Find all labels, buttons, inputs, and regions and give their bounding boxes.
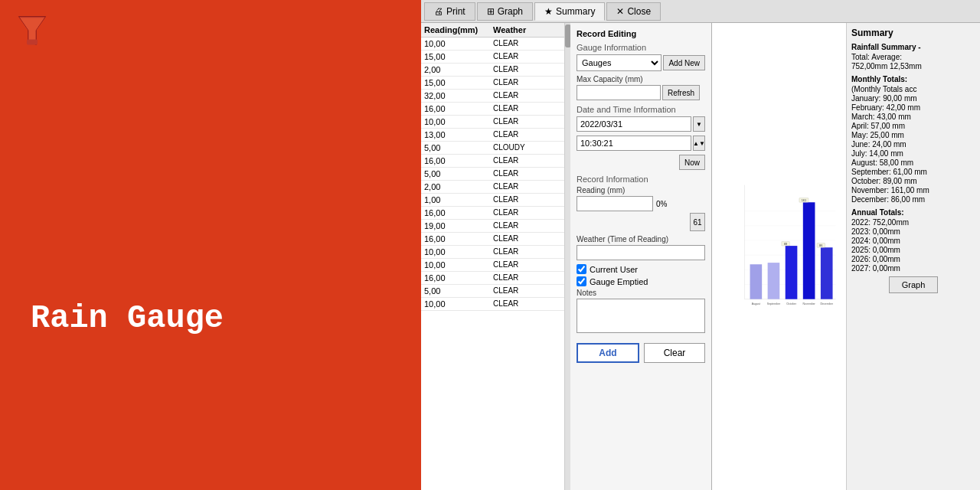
cell-reading: 16,00 [424,156,493,165]
notes-textarea[interactable] [577,299,705,333]
print-icon: 🖨 [434,6,443,17]
gauge-emptied-checkbox[interactable] [577,276,586,286]
graph-icon: ⊞ [487,6,495,17]
add-new-button[interactable]: Add New [663,55,705,70]
right-area: 🖨 Print ⊞ Graph ★ Summary ✕ Close Readin… [421,0,980,490]
table-row[interactable]: 32,00CLEAR [421,90,564,103]
svg-text:October: October [786,302,796,305]
table-row[interactable]: 13,00CLEAR [421,129,564,142]
tab-graph[interactable]: ⊞ Graph [477,2,533,21]
table-row[interactable]: 16,00CLEAR [421,207,564,220]
bar-august [750,264,763,299]
summary-title: Summary [851,28,975,38]
reading-label: Reading (mm) [577,186,705,194]
rainfall-title: Rainfall Summary - [851,43,975,51]
graph-button[interactable]: Graph [889,276,939,293]
time-input[interactable] [577,136,691,151]
date-input[interactable] [577,116,691,132]
monthly-line: February: 42,00 mm [851,103,975,112]
svg-text:89: 89 [784,242,787,246]
table-row[interactable]: 19,00CLEAR [421,220,564,233]
table-row[interactable]: 10,00CLEAR [421,246,564,259]
tab-print[interactable]: 🖨 Print [424,2,475,21]
clear-button[interactable]: Clear [644,343,705,363]
monthly-line: October: 89,00 mm [851,177,975,185]
cell-reading: 5,00 [424,143,493,152]
table-row[interactable]: 15,00CLEAR [421,77,564,90]
table-row[interactable]: 10,00CLEAR [421,259,564,272]
add-button[interactable]: Add [577,343,639,363]
cell-reading: 5,00 [424,286,493,296]
now-row: Now [577,155,705,170]
cell-weather: CLEAR [493,208,547,217]
cell-reading: 13,00 [424,130,493,139]
date-row: ▼ [577,116,705,132]
tab-close[interactable]: ✕ Close [606,2,661,21]
table-row[interactable]: 10,00CLEAR [421,298,564,311]
table-header: Reading(mm) Weather [421,23,564,38]
max-capacity-label: Max Capacity (mm) [577,75,705,83]
cell-reading: 10,00 [424,260,493,270]
table-row[interactable]: 2,00CLEAR [421,64,564,77]
max-capacity-input[interactable] [577,85,661,100]
record-info-title: Record Information [577,175,705,184]
date-spinner[interactable]: ▼ [693,116,705,132]
table-row[interactable]: 5,00CLOUDY [421,142,564,155]
tab-bar: 🖨 Print ⊞ Graph ★ Summary ✕ Close [421,0,980,23]
svg-text:August: August [752,302,760,305]
app-title: Rain Gauge [31,300,224,337]
now-button[interactable]: Now [679,155,705,170]
cell-reading: 10,00 [424,247,493,256]
scroll-indicator[interactable] [564,23,570,490]
table-row[interactable]: 1,00CLEAR [421,194,564,207]
table-row[interactable]: 16,00CLEAR [421,103,564,116]
tab-graph-label: Graph [498,6,523,17]
cell-weather: CLEAR [493,104,547,113]
time-spinner[interactable]: ▲▼ [693,136,705,151]
total-label: Total: [851,53,870,61]
cell-weather: CLEAR [493,65,547,74]
table-row[interactable]: 15,00CLEAR [421,51,564,64]
gauge-row: Gauges Add New [577,54,705,71]
cell-weather: CLEAR [493,39,547,48]
cell-weather: CLEAR [493,195,547,204]
monthly-line: March: 43,00 mm [851,113,975,121]
table-row[interactable]: 16,00CLEAR [421,233,564,246]
annual-line: 2026: 0,00mm [851,255,975,263]
cell-reading: 16,00 [424,208,493,217]
svg-text:161: 161 [802,198,807,202]
cell-weather: CLEAR [493,117,547,126]
table-row[interactable]: 16,00CLEAR [421,155,564,168]
datetime-title: Date and Time Information [577,105,705,114]
record-panel: Record Editing Gauge Information Gauges … [570,23,712,490]
bar-september [768,263,780,299]
monthly-line: November: 161,00 mm [851,186,975,194]
cell-weather: CLEAR [493,52,547,61]
monthly-line: December: 86,00 mm [851,195,975,204]
cell-weather: CLEAR [493,286,547,296]
cell-reading: 2,00 [424,182,493,191]
table-row[interactable]: 5,00CLEAR [421,168,564,181]
table-row[interactable]: 5,00CLEAR [421,285,564,298]
cell-weather: CLEAR [493,169,547,178]
bar-october [786,246,798,299]
cell-weather: CLEAR [493,273,547,283]
annual-title: Annual Totals: [851,208,975,217]
table-row[interactable]: 2,00CLEAR [421,181,564,194]
tab-summary[interactable]: ★ Summary [534,2,605,21]
table-row[interactable]: 10,00CLEAR [421,38,564,51]
percent-label: 0% [656,200,667,208]
gauge-select[interactable]: Gauges [577,54,662,71]
cell-weather: CLEAR [493,299,547,309]
table-row[interactable]: 16,00CLEAR [421,272,564,285]
monthly-line: July: 14,00 mm [851,149,975,158]
cell-weather: CLEAR [493,234,547,243]
table-container: Reading(mm) Weather 10,00CLEAR15,00CLEAR… [421,23,570,490]
reading-input[interactable] [577,196,653,211]
gauge-emptied-label: Gauge Emptied [590,277,648,286]
table-row[interactable]: 10,00CLEAR [421,116,564,129]
current-user-checkbox[interactable] [577,264,586,274]
refresh-button[interactable]: Refresh [662,85,700,100]
weather-input[interactable] [577,245,705,260]
gauge-emptied-row: Gauge Emptied [577,276,705,286]
